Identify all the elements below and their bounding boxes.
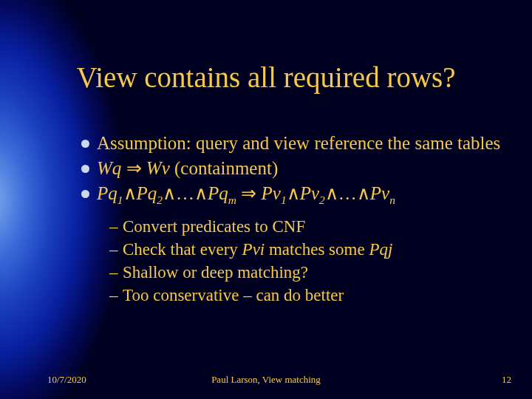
sub-m: m bbox=[228, 194, 236, 206]
bullet-item: Pq1∧Pq2∧…∧Pqm ⇒ Pv1∧Pv2∧…∧Pvn bbox=[81, 182, 510, 208]
sub-n: n bbox=[389, 194, 395, 206]
ellipsis: … bbox=[338, 183, 357, 203]
sub-bullet-list: – Convert predicates to CNF – Check that… bbox=[109, 215, 510, 307]
dash-icon: – bbox=[109, 215, 123, 238]
slide-body: Assumption: query and view reference the… bbox=[81, 132, 510, 307]
bullet-item: Assumption: query and view reference the… bbox=[81, 132, 510, 155]
var-wv: Wv bbox=[146, 158, 170, 178]
sub-1: 1 bbox=[117, 194, 123, 206]
sub-bullet-item: – Shallow or deep matching? bbox=[109, 261, 510, 284]
dash-icon: – bbox=[109, 238, 123, 261]
sub-2: 2 bbox=[157, 194, 163, 206]
sub-1: 1 bbox=[281, 194, 287, 206]
var-pq: Pq bbox=[97, 183, 117, 203]
wedge-icon: ∧ bbox=[287, 183, 300, 203]
var-pv: Pv bbox=[300, 183, 319, 203]
var-pvn: Pv bbox=[370, 183, 389, 203]
bullet-disc-icon bbox=[81, 190, 89, 198]
bullet-prefix: Assumption: bbox=[97, 133, 191, 153]
sub-bullet-item: – Too conservative – can do better bbox=[109, 284, 510, 307]
ellipsis: … bbox=[176, 183, 194, 203]
bullet-text: Wq ⇒ Wv (containment) bbox=[97, 157, 510, 180]
bullet-disc-icon bbox=[81, 165, 89, 173]
var-wq: Wq bbox=[97, 158, 121, 178]
bullet-disc-icon bbox=[81, 140, 89, 148]
dash-icon: – bbox=[109, 261, 123, 284]
bullet-item: Wq ⇒ Wv (containment) bbox=[81, 157, 510, 180]
wedge-icon: ∧ bbox=[325, 183, 338, 203]
sub-bullet-text: Convert predicates to CNF bbox=[123, 215, 510, 238]
wedge-icon: ∧ bbox=[163, 183, 176, 203]
dash-icon: – bbox=[109, 284, 123, 307]
arrow-implies: ⇒ bbox=[236, 183, 262, 203]
sub-bullet-item: – Check that every Pvi matches some Pqj bbox=[109, 238, 510, 261]
footer-page-number: 12 bbox=[502, 374, 511, 386]
wedge-icon: ∧ bbox=[194, 183, 208, 203]
bullet-tail: (containment) bbox=[170, 158, 278, 178]
arrow-implies: ⇒ bbox=[121, 158, 146, 178]
sub-bullet-text: Shallow or deep matching? bbox=[123, 261, 510, 284]
sub-bullet-text: Check that every Pvi matches some Pqj bbox=[123, 238, 510, 261]
bullet-text: Pq1∧Pq2∧…∧Pqm ⇒ Pv1∧Pv2∧…∧Pvn bbox=[97, 182, 510, 208]
bullet-text: Assumption: query and view reference the… bbox=[97, 132, 510, 155]
slide-title: View contains all required rows? bbox=[0, 61, 532, 94]
var-pqm: Pq bbox=[208, 183, 228, 203]
wedge-icon: ∧ bbox=[357, 183, 370, 203]
var-pq: Pq bbox=[137, 183, 157, 203]
var-pv: Pv bbox=[262, 183, 281, 203]
sub-bullet-item: – Convert predicates to CNF bbox=[109, 215, 510, 238]
wedge-icon: ∧ bbox=[123, 183, 137, 203]
footer-author: Paul Larson, View matching bbox=[0, 374, 532, 386]
bullet-rest: query and view reference the same tables bbox=[191, 133, 501, 153]
sub-2: 2 bbox=[319, 194, 325, 206]
sub-bullet-text: Too conservative – can do better bbox=[123, 284, 510, 307]
